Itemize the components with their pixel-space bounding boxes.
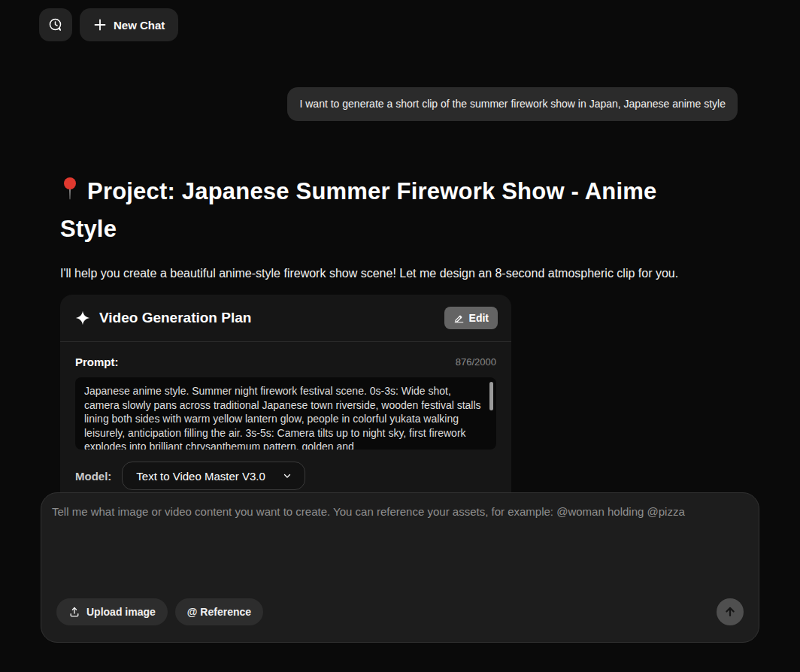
composer-input[interactable] [41,493,759,583]
chat-history-button[interactable] [39,8,72,41]
user-message-row: I want to generate a short clip of the s… [60,87,738,121]
prompt-scrollbar-thumb[interactable] [489,382,493,410]
topbar: New Chat [39,8,178,41]
prompt-text: Japanese anime style. Summer night firew… [84,385,481,450]
user-message-bubble: I want to generate a short clip of the s… [287,87,738,121]
app-screen: New Chat I want to generate a short clip… [0,0,800,672]
model-label: Model: [75,470,111,483]
plan-card-body: Prompt: 876/2000 Japanese anime style. S… [60,342,511,490]
sparkle-icon [75,310,90,325]
edit-button-label: Edit [469,312,489,324]
upload-image-button[interactable]: Upload image [56,598,168,625]
new-chat-label: New Chat [114,19,165,32]
model-select-dropdown[interactable]: Text to Video Master V3.0 [122,462,305,490]
chevron-down-icon [282,471,292,481]
prompt-label: Prompt: [75,356,119,368]
send-button[interactable] [717,598,744,625]
edit-pencil-icon [453,313,465,324]
arrow-up-icon [723,605,737,619]
assistant-intro-text: I'll help you create a beautiful anime-s… [60,265,744,282]
upload-image-label: Upload image [86,606,156,618]
plus-icon [93,18,107,32]
model-selected-value: Text to Video Master V3.0 [136,470,265,483]
page-title-text: Project: Japanese Summer Firework Show -… [60,178,656,242]
plan-card-title: Video Generation Plan [99,310,251,326]
reference-button-label: @ Reference [187,606,251,618]
page-title: Project: Japanese Summer Firework Show -… [60,173,714,248]
composer-actions: Upload image @ Reference [56,598,263,625]
plan-card-header: Video Generation Plan Edit [60,295,511,341]
round-pushpin-icon [60,176,80,201]
chat-history-clock-icon [47,17,64,33]
composer-panel: Upload image @ Reference [41,492,759,643]
reference-button[interactable]: @ Reference [175,598,263,625]
char-counter: 876/2000 [456,356,496,368]
upload-icon [68,606,80,618]
edit-plan-button[interactable]: Edit [444,307,498,329]
new-chat-button[interactable]: New Chat [80,8,178,41]
prompt-textarea[interactable]: Japanese anime style. Summer night firew… [75,377,496,450]
